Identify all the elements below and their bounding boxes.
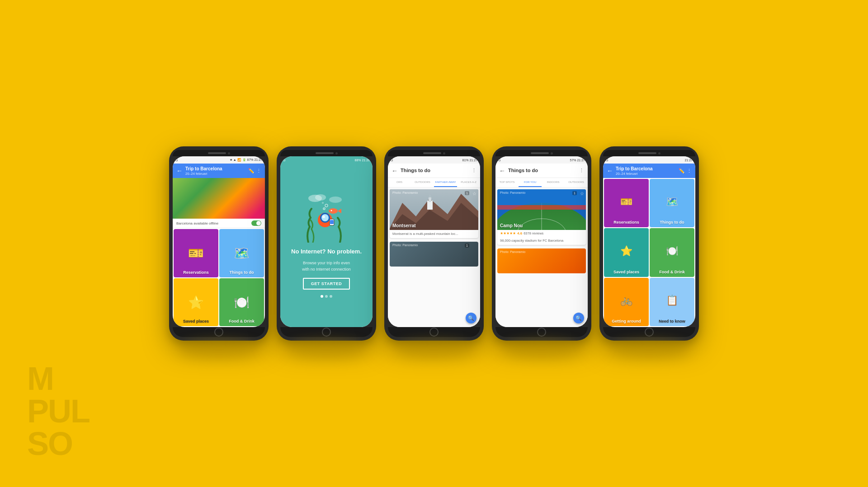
app-bar-title-3: Things to do [401, 168, 469, 173]
grid-saved-5[interactable]: ⭐ Saved places [604, 228, 649, 276]
svg-point-1 [329, 208, 338, 214]
tab-places[interactable]: PLACES A-Z [457, 178, 480, 187]
camera-2 [335, 152, 338, 155]
app-bar-icons-5: ✏️ ⋮ [679, 168, 692, 174]
phone-2: G 88% 21:26 [277, 146, 376, 341]
svg-point-15 [329, 197, 342, 203]
no-internet-screen: No Internet? No problem. Browse your tri… [280, 164, 373, 327]
tab-farther[interactable]: FARTHER AWAY [434, 178, 457, 187]
campnou-rating: ★★★★★ 4.6 6378 reviews [497, 230, 586, 237]
app-bar-icons-1: ✏️ ⋮ [248, 168, 261, 174]
tab-outdoors[interactable]: OUTDOORS [411, 178, 434, 187]
getting-illus-5: 🚲 [620, 295, 632, 307]
things-illus-5: 🗺️ [666, 196, 678, 208]
grid-things-1[interactable]: 🗺️ Things to do [219, 229, 264, 277]
phone-bottom-2 [280, 327, 373, 337]
more-icon-3[interactable]: ⋮ [472, 168, 476, 173]
home-button-1[interactable] [214, 328, 223, 337]
status-bar-4: G 57% 21:27 [495, 156, 588, 164]
grid-food-5[interactable]: 🍽️ Food & Drink [650, 228, 694, 276]
back-arrow-5[interactable]: ← [607, 167, 613, 174]
food-illus-5: 🍽️ [666, 245, 678, 257]
phone-bottom-1 [173, 327, 265, 337]
more-icon-5[interactable]: ⋮ [687, 168, 692, 174]
camera-4 [551, 152, 553, 155]
home-button-3[interactable] [429, 328, 439, 337]
card-montserrat[interactable]: Montserrat ☆ Photo: Panoramio 1 Montserr… [390, 189, 478, 238]
tab-ors[interactable]: ORS [388, 178, 411, 187]
svg-point-7 [322, 215, 325, 218]
phone-inner-5: G 21:27 ← Trip to Barcelona 20–24 februa… [603, 156, 695, 327]
svg-point-6 [321, 214, 329, 221]
phone-inner-2: G 88% 21:26 [280, 156, 373, 327]
home-button-5[interactable] [645, 328, 654, 337]
grid-getting-5[interactable]: 🚲 Getting around [604, 278, 649, 326]
app-bar-3: ← Things to do ⋮ [388, 164, 480, 178]
things-icon-1: 🗺️ [234, 246, 250, 261]
food-icon-1: 🍽️ [234, 295, 250, 309]
search-fab-4[interactable]: 🔍 [573, 313, 584, 323]
offline-toggle-1[interactable] [251, 220, 261, 226]
status-icons-4: 57% 21:27 [570, 159, 585, 162]
card-campnou[interactable]: Camp Nou ☆ Photo: Panoramio 1 ★★★★★ 4.6 … [497, 189, 586, 245]
dot-1 [321, 295, 323, 298]
grid-need-5[interactable]: 📋 Need to know [650, 278, 694, 326]
status-icons-3: 81% 21:27 [462, 159, 477, 162]
back-arrow-1[interactable]: ← [176, 167, 183, 174]
reservations-icon-1: 🎫 [188, 246, 204, 261]
tab-outdoors-4[interactable]: OUTDOORS [565, 178, 588, 187]
home-button-2[interactable] [322, 328, 331, 337]
card-small-4[interactable]: Photo: Panoramio [497, 248, 586, 273]
back-arrow-4[interactable]: ← [499, 167, 505, 174]
phone-inner-4: G 57% 21:27 ← Things to do ⋮ TOP SPOTS F… [495, 156, 588, 327]
offline-banner-1: Barcelona available offline [173, 219, 265, 228]
campnou-image: Camp Nou ☆ Photo: Panoramio 1 [497, 189, 586, 230]
grid-saved-1[interactable]: ⭐ Saved places [174, 278, 218, 327]
phone-1: G ★ ▲ 📶 🔋 87% 21:27 ← Trip to Barcelona … [169, 146, 269, 341]
edit-icon-1[interactable]: ✏️ [248, 168, 255, 174]
search-fab-3[interactable]: 🔍 [466, 313, 476, 323]
bookmark-montserrat[interactable]: ☆ [472, 191, 476, 196]
grid-food-1[interactable]: 🍽️ Food & Drink [219, 278, 264, 327]
phone-top-2 [280, 150, 373, 156]
camera-3 [443, 152, 445, 155]
phone-top-3 [388, 150, 480, 156]
status-bar-1: G ★ ▲ 📶 🔋 87% 21:27 [173, 156, 265, 164]
more-icon-4[interactable]: ⋮ [579, 168, 584, 173]
svg-point-14 [315, 194, 326, 201]
speaker-5 [638, 152, 656, 154]
grid-reservations-1[interactable]: 🎫 Reservations [174, 229, 218, 277]
phone-4: G 57% 21:27 ← Things to do ⋮ TOP SPOTS F… [492, 146, 591, 341]
get-started-button[interactable]: GET STARTED [303, 278, 350, 290]
tab-indoors[interactable]: INDOORS [542, 178, 565, 187]
grid-things-5[interactable]: 🗺️ Things to do [650, 179, 694, 227]
phone-bottom-5 [603, 327, 695, 337]
tab-topspots[interactable]: TOP SPOTS [495, 178, 519, 187]
diver-illustration [302, 193, 351, 243]
card-small-3[interactable]: Photo: Panoramio 1 [390, 242, 478, 267]
svg-point-3 [331, 210, 332, 211]
status-icons-5: 21:27 [684, 159, 693, 162]
google-g-3: G [391, 159, 393, 162]
speaker-3 [423, 152, 441, 154]
back-arrow-3[interactable]: ← [392, 167, 398, 174]
home-button-4[interactable] [537, 328, 546, 337]
phone-bottom-4 [495, 327, 588, 337]
tab-bar-3: ORS OUTDOORS FARTHER AWAY PLACES A-Z [388, 178, 480, 187]
app-bar-1: ← Trip to Barcelona 20–24 februari ✏️ ⋮ [173, 164, 265, 178]
saved-illus-5: ⭐ [620, 245, 632, 257]
more-icon-1[interactable]: ⋮ [256, 168, 261, 174]
speaker-4 [531, 152, 549, 154]
google-g-1: G [175, 159, 178, 162]
tab-foryou[interactable]: FOR YOU [519, 178, 542, 187]
grid-reservations-5[interactable]: 🎫 Reservations [604, 179, 649, 227]
app-grid-1: 🎫 Reservations 🗺️ Things to do ⭐ Saved p… [173, 228, 265, 327]
phone-top-1 [173, 150, 265, 156]
phone-top-5 [603, 150, 695, 156]
edit-icon-5[interactable]: ✏️ [679, 168, 685, 174]
screen-content-4: Camp Nou ☆ Photo: Panoramio 1 ★★★★★ 4.6 … [495, 187, 588, 327]
camera-5 [658, 152, 660, 155]
bookmark-camp[interactable]: ☆ [580, 191, 584, 196]
phone-3: G 81% 21:27 ← Things to do ⋮ ORS OUTDOOR… [384, 146, 484, 341]
app-bar-title-1: Trip to Barcelona 20–24 februari [185, 166, 245, 176]
